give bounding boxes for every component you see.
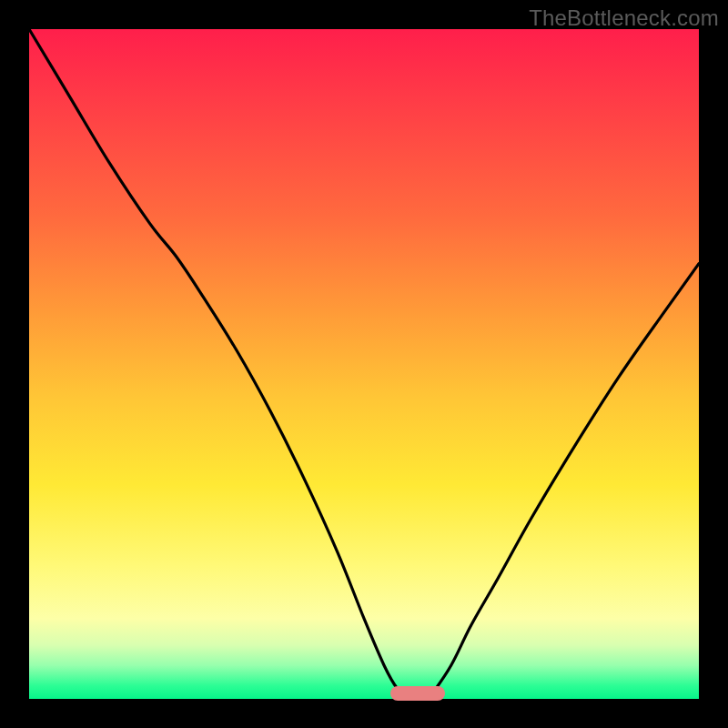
chart-frame: TheBottleneck.com — [0, 0, 728, 728]
watermark-text: TheBottleneck.com — [529, 5, 719, 31]
optimal-range-marker — [390, 686, 445, 701]
curve-left-branch — [29, 29, 408, 695]
plot-area — [29, 29, 699, 699]
curve-right-branch — [431, 264, 699, 696]
curve-svg — [29, 29, 699, 699]
